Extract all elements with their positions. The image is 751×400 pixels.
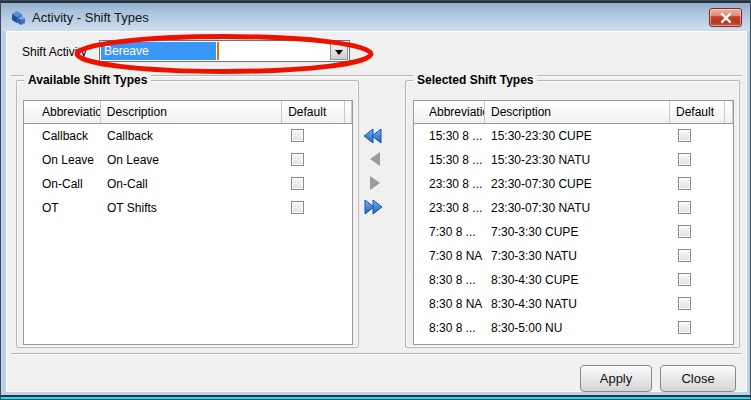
apply-button[interactable]: Apply [580,365,652,392]
table-row[interactable]: 15:30 8 ...15:30-23:30 CUPE [414,124,733,148]
selected-shift-types-table: Abbreviation Description Default 15:30 8… [413,100,734,345]
cell-description: 7:30-3:30 CUPE [485,220,670,244]
cell-abbreviation: 8:30 8 ... [414,316,485,340]
default-checkbox[interactable] [678,225,691,238]
cell-filler [346,172,352,196]
default-checkbox[interactable] [291,153,304,166]
table-row[interactable]: 23:30 8 ...23:30-07:30 CUPE [414,172,733,196]
shift-activity-combobox[interactable]: Bereave [99,40,350,62]
cell-abbreviation: On Leave [24,148,101,172]
cell-abbreviation: 7:30 8 NA [414,244,485,268]
table-row[interactable]: 8:30 8 NA8:30-4:30 NATU [414,292,733,316]
close-button[interactable]: Close [660,365,736,392]
cell-filler [725,292,733,316]
move-all-right-button[interactable] [363,199,383,216]
table-row[interactable]: ESEvening Split [414,340,733,345]
table-body: CallbackCallbackOn LeaveOn LeaveOn-CallO… [24,124,352,220]
cell-abbreviation: Callback [24,124,101,148]
default-checkbox[interactable] [678,129,691,142]
cell-default [670,148,725,172]
default-checkbox[interactable] [291,201,304,214]
app-icon [9,9,26,26]
table-row[interactable]: 7:30 8 ...7:30-3:30 CUPE [414,220,733,244]
table-row[interactable]: OTOT Shifts [24,196,352,220]
column-header-default[interactable]: Default [670,101,725,123]
default-checkbox[interactable] [678,201,691,214]
cell-description: Callback [101,124,283,148]
table-row[interactable]: 8:30 8 ...8:30-4:30 CUPE [414,268,733,292]
cell-filler [346,196,352,220]
available-panel-title: Available Shift Types [24,73,151,87]
dialog-content: Shift Activity Bereave Available Shift T… [6,31,747,392]
left-arrow-icon [368,151,382,168]
cell-default [283,196,346,220]
cell-default [283,148,346,172]
cell-filler [346,124,352,148]
default-checkbox[interactable] [678,273,691,286]
cell-default [670,244,725,268]
column-header-default[interactable]: Default [282,101,345,123]
column-header-description[interactable]: Description [485,101,670,123]
cell-description: 7:30-3:30 NATU [485,244,670,268]
double-right-arrow-icon [363,199,383,216]
table-row[interactable]: CallbackCallback [24,124,352,148]
move-right-button[interactable] [365,175,385,192]
cell-filler [725,268,733,292]
table-row[interactable]: On-CallOn-Call [24,172,352,196]
close-window-button[interactable] [709,8,742,27]
column-header-description[interactable]: Description [101,101,282,123]
cell-abbreviation: On-Call [24,172,101,196]
default-checkbox[interactable] [678,153,691,166]
chevron-down-icon [335,50,343,55]
default-checkbox[interactable] [291,129,304,142]
cell-description: 23:30-07:30 CUPE [485,172,670,196]
cell-filler [346,148,352,172]
cell-filler [725,244,733,268]
cell-default [670,292,725,316]
table-row[interactable]: 7:30 8 NA7:30-3:30 NATU [414,244,733,268]
default-checkbox[interactable] [678,321,691,334]
cell-abbreviation: 23:30 8 ... [414,196,485,220]
cell-abbreviation: ES [414,340,485,345]
cell-filler [725,172,733,196]
double-left-arrow-icon [363,128,383,145]
table-row[interactable]: 23:30 8 ...23:30-07:30 NATU [414,196,733,220]
cell-abbreviation: 7:30 8 ... [414,220,485,244]
right-arrow-icon [368,175,382,192]
cell-default [670,268,725,292]
cell-description: On Leave [101,148,283,172]
cell-default [670,172,725,196]
default-checkbox[interactable] [678,177,691,190]
title-bar: Activity - Shift Types [1,1,750,31]
cell-default [283,172,346,196]
cell-filler [725,148,733,172]
cell-filler [725,196,733,220]
default-checkbox[interactable] [678,249,691,262]
available-shift-types-table: Abbreviation Description Default Callbac… [23,100,353,345]
column-header-abbreviation[interactable]: Abbreviation [24,101,101,123]
move-all-left-button[interactable] [363,128,383,145]
cell-default [283,124,346,148]
cell-description: 15:30-23:30 NATU [485,148,670,172]
cell-filler [725,316,733,340]
combobox-selected-text: Bereave [101,42,216,60]
table-row[interactable]: 8:30 8 ...8:30-5:00 NU [414,316,733,340]
selected-panel-title: Selected Shift Types [413,73,537,87]
selected-shift-types-panel: Selected Shift Types Abbreviation Descri… [405,80,740,348]
cell-default [670,220,725,244]
cell-description: 8:30-4:30 CUPE [485,268,670,292]
column-header-filler [725,101,733,123]
default-checkbox[interactable] [678,297,691,310]
table-row[interactable]: 15:30 8 ...15:30-23:30 NATU [414,148,733,172]
column-header-filler [345,101,352,123]
close-icon [720,12,732,24]
cell-description: On-Call [101,172,283,196]
move-left-button[interactable] [365,151,385,168]
column-header-abbreviation[interactable]: Abbreviation [414,101,485,123]
table-row[interactable]: On LeaveOn Leave [24,148,352,172]
cell-filler [725,340,733,345]
default-checkbox[interactable] [291,177,304,190]
frame-bottom-cyan-line [1,397,750,399]
combobox-dropdown-button[interactable] [330,42,348,60]
cell-description: 15:30-23:30 CUPE [485,124,670,148]
